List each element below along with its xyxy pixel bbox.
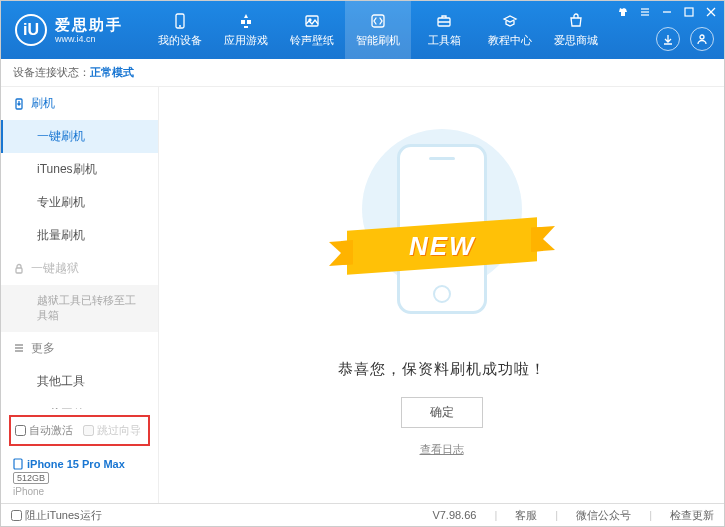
device-storage: 512GB <box>13 472 49 484</box>
footer-link-wechat[interactable]: 微信公众号 <box>576 508 631 523</box>
device-info: iPhone 15 Pro Max 512GB iPhone <box>1 452 158 503</box>
app-header: iU 爱思助手 www.i4.cn 我的设备 应用游戏 铃声壁纸 智能刷机 工具… <box>1 1 724 59</box>
menu-icon <box>13 342 25 354</box>
svg-point-13 <box>700 35 704 39</box>
minimize-icon[interactable] <box>660 5 674 19</box>
sidebar: 刷机 一键刷机 iTunes刷机 专业刷机 批量刷机 一键越狱 越狱工具已转移至… <box>1 87 159 503</box>
footer: 阻止iTunes运行 V7.98.66 | 客服 | 微信公众号 | 检查更新 <box>1 503 724 526</box>
checkbox-block-itunes[interactable]: 阻止iTunes运行 <box>11 508 102 523</box>
sidebar-item-jailbreak-moved: 越狱工具已转移至工具箱 <box>1 285 158 332</box>
image-icon <box>303 12 321 30</box>
sidebar-item-batch-flash[interactable]: 批量刷机 <box>1 219 158 252</box>
status-label: 设备连接状态： <box>13 65 90 80</box>
close-icon[interactable] <box>704 5 718 19</box>
ribbon-text: NEW <box>408 230 475 261</box>
success-illustration: NEW <box>352 134 532 334</box>
phone-icon <box>13 458 23 470</box>
sidebar-item-other-tools[interactable]: 其他工具 <box>1 365 158 398</box>
sidebar-section-flash[interactable]: 刷机 <box>1 87 158 120</box>
logo: iU 爱思助手 www.i4.cn <box>1 14 137 46</box>
status-bar: 设备连接状态： 正常模式 <box>1 59 724 87</box>
sidebar-item-pro-flash[interactable]: 专业刷机 <box>1 186 158 219</box>
svg-rect-15 <box>16 268 22 273</box>
sidebar-item-itunes-flash[interactable]: iTunes刷机 <box>1 153 158 186</box>
sidebar-section-more[interactable]: 更多 <box>1 332 158 365</box>
download-button[interactable] <box>656 27 680 51</box>
app-url: www.i4.cn <box>55 34 123 45</box>
options-highlighted: 自动激活 跳过向导 <box>9 415 150 446</box>
app-title: 爱思助手 <box>55 16 123 34</box>
success-message: 恭喜您，保资料刷机成功啦！ <box>338 360 546 379</box>
device-type: iPhone <box>13 486 146 497</box>
svg-rect-10 <box>685 8 693 16</box>
shop-icon <box>567 12 585 30</box>
graduation-icon <box>501 12 519 30</box>
logo-icon: iU <box>15 14 47 46</box>
device-name: iPhone 15 Pro Max <box>27 458 125 470</box>
view-log-link[interactable]: 查看日志 <box>420 442 464 457</box>
checkbox-skip-guide[interactable]: 跳过向导 <box>83 423 141 438</box>
footer-link-support[interactable]: 客服 <box>515 508 537 523</box>
footer-link-update[interactable]: 检查更新 <box>670 508 714 523</box>
nav-store[interactable]: 爱思商城 <box>543 1 609 59</box>
nav-apps-games[interactable]: 应用游戏 <box>213 1 279 59</box>
nav-ringtone-wallpaper[interactable]: 铃声壁纸 <box>279 1 345 59</box>
menu-icon[interactable] <box>638 5 652 19</box>
nav-tutorials[interactable]: 教程中心 <box>477 1 543 59</box>
app-icon <box>237 12 255 30</box>
window-controls <box>616 5 718 19</box>
version-label: V7.98.66 <box>432 509 476 521</box>
nav-smart-flash[interactable]: 智能刷机 <box>345 1 411 59</box>
sidebar-section-jailbreak[interactable]: 一键越狱 <box>1 252 158 285</box>
toolbox-icon <box>435 12 453 30</box>
download-icon <box>13 98 25 110</box>
top-nav: 我的设备 应用游戏 铃声壁纸 智能刷机 工具箱 教程中心 爱思商城 <box>147 1 609 59</box>
skin-icon[interactable] <box>616 5 630 19</box>
status-value: 正常模式 <box>90 65 134 80</box>
svg-rect-19 <box>14 459 22 469</box>
nav-toolbox[interactable]: 工具箱 <box>411 1 477 59</box>
lock-icon <box>13 263 25 275</box>
refresh-icon <box>369 12 387 30</box>
phone-icon <box>171 12 189 30</box>
sidebar-item-oneclick-flash[interactable]: 一键刷机 <box>1 120 158 153</box>
maximize-icon[interactable] <box>682 5 696 19</box>
sidebar-item-download-firmware[interactable]: 下载固件 <box>1 398 158 409</box>
ok-button[interactable]: 确定 <box>401 397 483 428</box>
nav-my-device[interactable]: 我的设备 <box>147 1 213 59</box>
user-button[interactable] <box>690 27 714 51</box>
checkbox-auto-activate[interactable]: 自动激活 <box>15 423 73 438</box>
main-content: NEW 恭喜您，保资料刷机成功啦！ 确定 查看日志 <box>159 87 724 503</box>
